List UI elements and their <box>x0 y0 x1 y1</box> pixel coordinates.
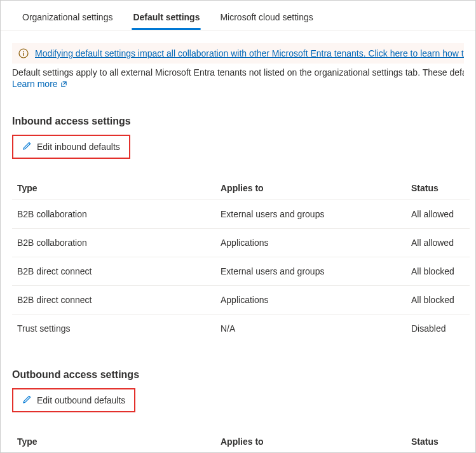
tab-bar: Organizational settings Default settings… <box>1 1 475 30</box>
cell-type: B2B direct connect <box>12 286 215 314</box>
table-row[interactable]: B2B collaboration External users and gro… <box>12 200 470 229</box>
col-header-type[interactable]: Type <box>12 430 215 453</box>
cell-applies: Applications <box>215 286 406 314</box>
outbound-table: Type Applies to Status B2B collaboration… <box>12 430 470 453</box>
pencil-icon <box>22 141 32 152</box>
learn-more-link[interactable]: Learn more <box>12 79 67 89</box>
tab-microsoft-cloud-settings[interactable]: Microsoft cloud settings <box>210 6 323 30</box>
cell-applies: Applications <box>215 229 406 257</box>
info-icon <box>18 48 29 58</box>
pencil-icon <box>22 395 32 406</box>
table-header-row: Type Applies to Status <box>12 430 470 453</box>
table-row[interactable]: B2B direct connect Applications All bloc… <box>12 286 470 314</box>
highlight-inbound: Edit inbound defaults <box>12 135 130 159</box>
cell-type: B2B collaboration <box>12 229 215 257</box>
edit-outbound-label: Edit outbound defaults <box>37 395 125 405</box>
external-link-icon <box>60 79 67 89</box>
svg-rect-2 <box>23 53 24 56</box>
col-header-status[interactable]: Status <box>406 177 470 200</box>
col-header-type[interactable]: Type <box>12 177 215 200</box>
col-header-applies[interactable]: Applies to <box>215 177 406 200</box>
inbound-section-title: Inbound access settings <box>12 116 464 127</box>
inbound-table: Type Applies to Status B2B collaboration… <box>12 177 470 342</box>
table-row[interactable]: B2B direct connect External users and gr… <box>12 257 470 286</box>
edit-inbound-defaults-button[interactable]: Edit inbound defaults <box>16 137 126 156</box>
content-area: Modifying default settings impact all co… <box>1 43 475 453</box>
cell-status: All blocked <box>406 257 470 286</box>
outbound-section-title: Outbound access settings <box>12 369 464 381</box>
cell-status: Disabled <box>406 314 470 343</box>
cell-status: All allowed <box>406 200 470 229</box>
cell-status: All allowed <box>406 229 470 257</box>
cell-status: All blocked <box>406 286 470 314</box>
info-banner: Modifying default settings impact all co… <box>12 43 464 64</box>
cell-type: B2B direct connect <box>12 257 215 286</box>
table-row[interactable]: Trust settings N/A Disabled <box>12 314 470 343</box>
cell-applies: N/A <box>215 314 406 343</box>
learn-more-label: Learn more <box>12 79 58 89</box>
cell-type: Trust settings <box>12 314 215 343</box>
cell-type: B2B collaboration <box>12 200 215 229</box>
info-banner-link[interactable]: Modifying default settings impact all co… <box>35 48 464 58</box>
col-header-applies[interactable]: Applies to <box>215 430 406 453</box>
edit-outbound-defaults-button[interactable]: Edit outbound defaults <box>16 391 132 410</box>
cell-applies: External users and groups <box>215 200 406 229</box>
col-header-status[interactable]: Status <box>406 430 470 453</box>
description-text: Default settings apply to all external M… <box>12 67 464 78</box>
table-row[interactable]: B2B collaboration Applications All allow… <box>12 229 470 257</box>
tab-default-settings[interactable]: Default settings <box>123 6 210 30</box>
cell-applies: External users and groups <box>215 257 406 286</box>
tab-organizational-settings[interactable]: Organizational settings <box>12 6 123 30</box>
table-header-row: Type Applies to Status <box>12 177 470 200</box>
edit-inbound-label: Edit inbound defaults <box>37 142 120 152</box>
highlight-outbound: Edit outbound defaults <box>12 388 135 412</box>
svg-point-1 <box>23 51 24 52</box>
